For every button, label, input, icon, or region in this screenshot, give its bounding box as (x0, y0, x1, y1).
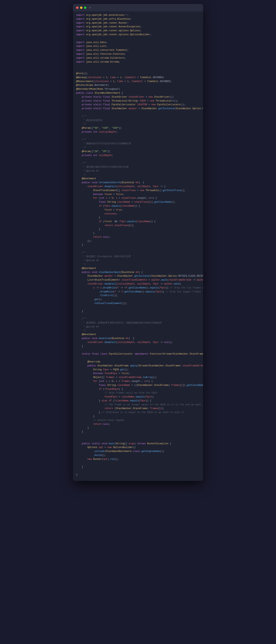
close-button[interactable] (76, 6, 78, 9)
titlebar: x (73, 4, 203, 12)
tab-label: x (89, 6, 91, 9)
code-content: import org.openjdk.jmh.annotations.*; im… (73, 12, 203, 481)
code-window: x import org.openjdk.jmh.annotations.*; … (73, 4, 203, 481)
minimize-button[interactable] (80, 6, 82, 9)
maximize-button[interactable] (84, 6, 86, 9)
